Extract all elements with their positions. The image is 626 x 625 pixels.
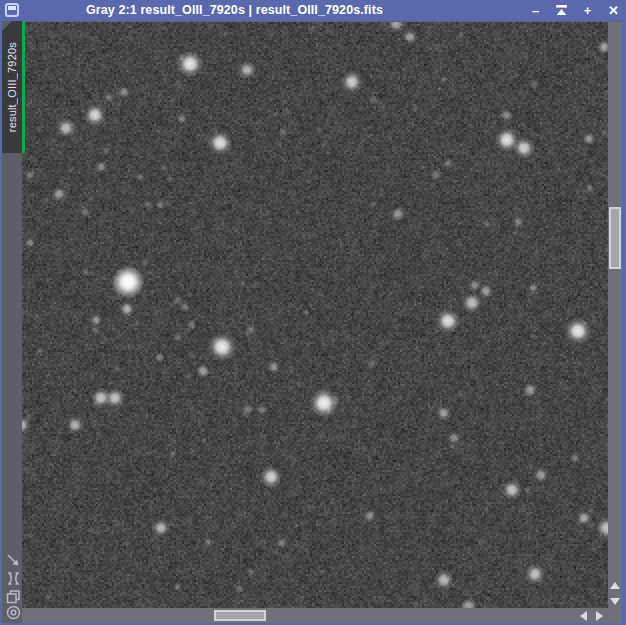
resize-arrow-icon [5,552,22,569]
scroll-left-button[interactable] [576,608,590,623]
left-arrow-icon [580,611,587,621]
horizontal-scrollbar[interactable] [22,608,608,623]
shade-button[interactable] [555,0,568,21]
duplicate-window-button[interactable] [5,588,22,605]
window-border-right [622,21,626,625]
image-viewport[interactable] [22,22,608,608]
fit-view-button[interactable] [5,570,22,587]
tab-label: result_OIII_7920s [6,42,18,132]
maximize-button[interactable]: + [581,0,594,21]
vertical-scrollbar[interactable] [608,22,622,608]
center-view-icon [5,604,22,621]
scroll-up-button[interactable] [608,578,622,592]
close-button[interactable]: ✕ [607,0,620,21]
window-title: Gray 2:1 result_OIII_7920s | result_OIII… [86,0,383,21]
minimize-button[interactable]: – [529,0,542,21]
duplicate-window-icon [5,588,22,605]
horizontal-scrollbar-thumb[interactable] [214,610,266,621]
vertical-scrollbar-thumb[interactable] [609,207,621,269]
scrollbar-corner [608,608,622,623]
shade-icon [555,5,568,16]
image-selector-tab[interactable]: result_OIII_7920s [2,21,25,153]
window-menu-icon-bar [8,6,16,10]
resize-arrow-button[interactable] [5,552,22,569]
title-bar[interactable]: Gray 2:1 result_OIII_7920s | result_OIII… [0,0,626,21]
window-menu-icon[interactable] [5,3,19,17]
scroll-right-button[interactable] [592,608,606,623]
window-controls: – + ✕ [529,0,620,21]
down-arrow-icon [610,598,620,605]
fit-view-icon [5,570,22,587]
center-view-button[interactable] [5,604,22,621]
up-arrow-icon [610,582,620,589]
scroll-down-button[interactable] [608,594,622,608]
right-arrow-icon [596,611,603,621]
